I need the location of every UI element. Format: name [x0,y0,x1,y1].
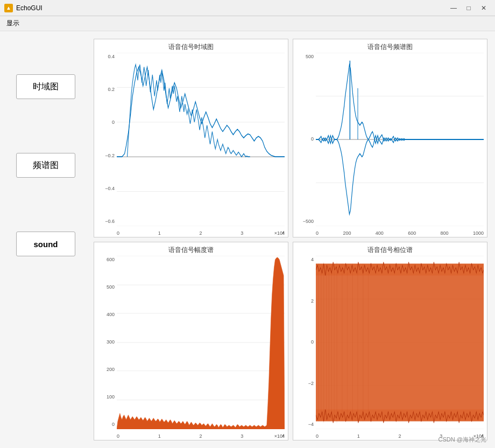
x-label: 3 [241,230,243,236]
y-label: −4 [308,422,314,427]
x-label: 0 [117,433,119,439]
x-label: 1000 [473,230,484,236]
y-label: 0 [112,120,115,125]
amplitude-title: 语音信号幅度谱 [168,246,214,255]
y-label: 200 [107,367,115,372]
menu-item-display[interactable]: 显示 [2,17,24,30]
y-label: 2 [311,298,314,304]
y-label: 100 [107,394,115,400]
footer-credit: CSDN @海神之光 [439,436,486,444]
x-label: 200 [343,230,351,236]
menu-bar: 显示 [0,16,495,31]
time-domain-button[interactable]: 时域图 [16,74,75,99]
svg-rect-31 [316,264,484,422]
x-label: 0 [117,230,119,236]
x-label: 2 [398,433,401,439]
x-label: 2 [199,433,202,439]
x-label: 800 [441,230,449,236]
y-label: 500 [306,54,314,59]
x-label: 2 [199,230,202,236]
y-label: −500 [303,219,314,224]
phase-chart: 语音信号相位谱 4 2 0 −2 −4 [293,242,487,440]
y-label: −2 [308,381,314,386]
minimize-button[interactable]: — [447,3,461,13]
y-label: −0.6 [105,219,115,224]
x-label: 600 [408,230,416,236]
spectrum-button[interactable]: 频谱图 [16,153,75,178]
y-label: 0 [311,339,314,345]
amplitude-chart: 语音信号幅度谱 600 500 400 300 200 100 0 [94,242,288,440]
x-label: 0 [316,230,319,236]
x-label: 3 [241,433,243,439]
app-title: EchoGUI [16,4,43,12]
x-label: 1 [158,433,161,439]
maximize-button[interactable]: □ [462,3,476,13]
phase-plot: 4 2 0 −2 −4 [293,255,487,440]
y-label: 4 [311,257,314,262]
y-label: −0.2 [105,153,115,158]
frequency-chart: 语音信号频谱图 500 0 −500 [293,39,487,237]
y-label: 0 [112,422,115,427]
main-content: 时域图 频谱图 sound 语音信号时域图 0.4 0.2 0 −0.2 −0.… [0,31,495,448]
y-label: 500 [107,284,115,290]
close-button[interactable]: ✕ [477,3,491,13]
y-label: 0.4 [108,54,115,59]
y-label: 400 [107,312,115,317]
phase-title: 语音信号相位谱 [367,246,413,255]
x-label: 1 [158,230,161,236]
time-domain-title: 语音信号时域图 [168,43,214,52]
x-label: 400 [376,230,384,236]
y-label: 0.2 [108,87,115,92]
window-controls: — □ ✕ [447,3,491,13]
x-label: 0 [316,433,319,439]
frequency-plot: 500 0 −500 [293,52,487,237]
frequency-title: 语音信号频谱图 [367,43,413,52]
y-label: −0.4 [105,186,115,191]
sound-button[interactable]: sound [16,232,75,256]
app-icon: ▲ [4,4,13,12]
y-label: 600 [107,257,115,262]
title-bar: ▲ EchoGUI — □ ✕ [0,0,495,16]
time-domain-plot: 0.4 0.2 0 −0.2 −0.4 −0.6 [94,52,288,237]
y-label: 300 [107,339,115,345]
x-label: 1 [357,433,360,439]
amplitude-plot: 600 500 400 300 200 100 0 [94,255,288,440]
sidebar: 时域图 频谱图 sound [0,31,91,448]
charts-area: 语音信号时域图 0.4 0.2 0 −0.2 −0.4 −0.6 [91,31,495,448]
y-label: 0 [311,136,314,142]
time-domain-chart: 语音信号时域图 0.4 0.2 0 −0.2 −0.4 −0.6 [94,39,288,237]
